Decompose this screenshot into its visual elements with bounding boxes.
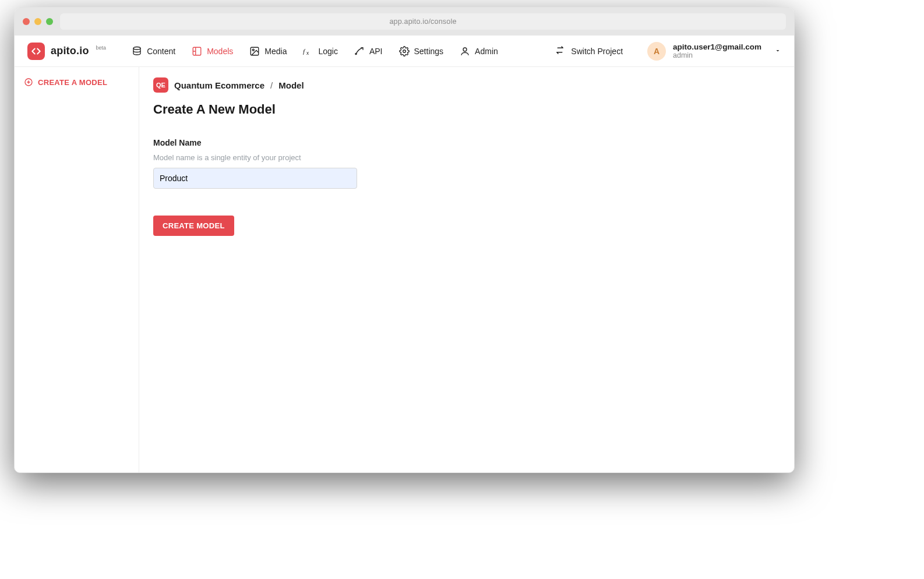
minimize-window-icon[interactable] <box>34 18 41 25</box>
nav-settings-label: Settings <box>414 47 444 56</box>
maximize-window-icon[interactable] <box>46 18 53 25</box>
user-menu[interactable]: A apito.user1@gmail.com admin <box>647 42 781 61</box>
nav-content-label: Content <box>147 47 175 56</box>
plus-circle-icon <box>24 77 33 87</box>
create-model-button[interactable]: CREATE A MODEL <box>24 77 129 87</box>
user-role: admin <box>673 51 761 59</box>
titlebar: app.apito.io/console <box>15 8 794 36</box>
breadcrumb-separator: / <box>270 80 273 90</box>
breadcrumb: QE Quantum Ecommerce / Model <box>153 77 780 93</box>
gear-icon <box>399 46 410 57</box>
avatar: A <box>647 42 666 61</box>
close-window-icon[interactable] <box>23 18 30 25</box>
nav-admin-label: Admin <box>475 47 498 56</box>
nav-items: Content Models Media fx Logic <box>132 46 498 57</box>
nav-media-label: Media <box>264 47 287 56</box>
database-icon <box>132 46 142 57</box>
svg-point-7 <box>403 50 405 52</box>
brand-name: apito.io <box>51 45 89 57</box>
switch-project[interactable]: Switch Project <box>555 45 623 57</box>
window-controls <box>23 18 53 25</box>
svg-point-3 <box>253 49 255 51</box>
layout-icon <box>192 46 202 57</box>
nav-api-label: API <box>369 47 383 56</box>
model-name-input[interactable] <box>153 168 357 189</box>
image-icon <box>249 46 260 57</box>
top-nav: apito.io beta Content Models Media <box>15 36 794 67</box>
chevron-down-icon <box>774 46 781 57</box>
sidebar: CREATE A MODEL <box>15 67 139 472</box>
nav-models[interactable]: Models <box>192 46 233 57</box>
brand[interactable]: apito.io beta <box>27 43 106 60</box>
switch-project-label: Switch Project <box>571 47 623 56</box>
brand-beta-badge: beta <box>96 45 107 51</box>
nav-settings[interactable]: Settings <box>399 46 444 57</box>
breadcrumb-project[interactable]: Quantum Ecommerce <box>174 80 264 90</box>
user-icon <box>460 46 470 57</box>
main-content: QE Quantum Ecommerce / Model Create A Ne… <box>139 67 794 472</box>
avatar-initial: A <box>654 47 660 56</box>
api-icon <box>354 46 365 57</box>
nav-media[interactable]: Media <box>249 46 287 57</box>
svg-text:f: f <box>303 47 306 54</box>
user-meta: apito.user1@gmail.com admin <box>673 43 761 60</box>
swap-icon <box>555 45 565 57</box>
svg-text:x: x <box>306 51 309 56</box>
address-bar-text: app.apito.io/console <box>389 17 456 26</box>
brand-logo-icon <box>27 43 45 60</box>
svg-point-0 <box>133 47 140 50</box>
address-bar[interactable]: app.apito.io/console <box>60 13 786 30</box>
nav-models-label: Models <box>207 47 233 56</box>
app-window: app.apito.io/console apito.io beta Conte… <box>14 7 795 473</box>
project-chip: QE <box>153 77 168 93</box>
breadcrumb-model[interactable]: Model <box>278 80 304 90</box>
create-model-submit[interactable]: CREATE MODEL <box>153 216 234 236</box>
create-model-label: CREATE A MODEL <box>38 78 107 87</box>
model-name-label: Model Name <box>153 138 375 147</box>
app-body: CREATE A MODEL QE Quantum Ecommerce / Mo… <box>15 67 794 472</box>
nav-content[interactable]: Content <box>132 46 175 57</box>
user-email: apito.user1@gmail.com <box>673 43 761 52</box>
page-title: Create A New Model <box>153 102 780 117</box>
svg-point-8 <box>463 48 467 51</box>
nav-api[interactable]: API <box>354 46 383 57</box>
fx-icon: fx <box>303 46 313 57</box>
model-form: Model Name Model name is a single entity… <box>153 138 375 236</box>
model-name-help: Model name is a single entity of your pr… <box>153 153 375 162</box>
nav-logic[interactable]: fx Logic <box>303 46 337 57</box>
nav-logic-label: Logic <box>318 47 337 56</box>
nav-admin[interactable]: Admin <box>460 46 498 57</box>
